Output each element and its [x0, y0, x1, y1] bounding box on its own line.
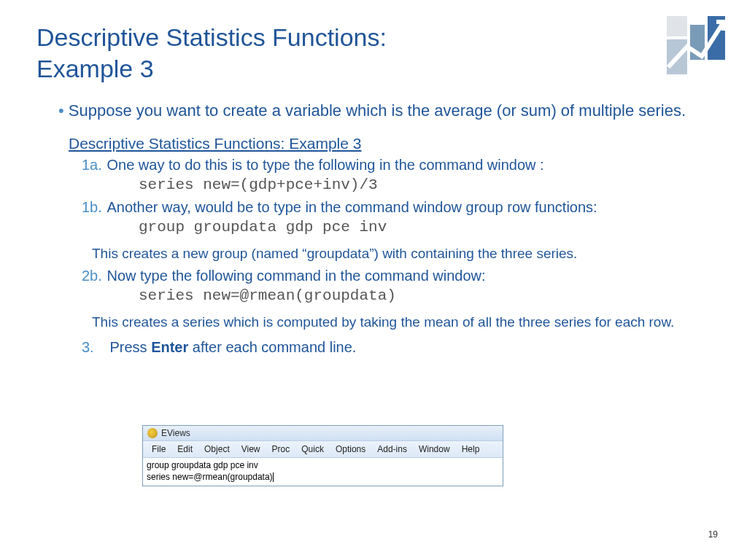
- step-label: 1a.: [82, 157, 104, 174]
- logo-chart-icon: [667, 16, 725, 74]
- code-line-1b: group groupdata gdp pce inv: [139, 219, 711, 236]
- menu-quick[interactable]: Quick: [295, 443, 330, 455]
- menu-addins[interactable]: Add-ins: [371, 443, 413, 455]
- command-text: series new=@rmean(groupdata): [147, 472, 273, 482]
- menubar: File Edit Object View Proc Quick Options…: [143, 441, 503, 458]
- code-line-2b: series new=@rmean(groupdata): [139, 287, 711, 304]
- menu-edit[interactable]: Edit: [171, 443, 198, 455]
- text-cursor: [273, 472, 274, 482]
- window-title: EViews: [161, 428, 190, 438]
- menu-object[interactable]: Object: [198, 443, 236, 455]
- menu-help[interactable]: Help: [456, 443, 486, 455]
- step-text: One way to do this is to type the follow…: [107, 157, 543, 173]
- slide-title: Descriptive Statistics Functions: Exampl…: [36, 22, 711, 84]
- step-label: 3.: [82, 339, 107, 356]
- eviews-window: EViews File Edit Object View Proc Quick …: [142, 425, 503, 486]
- command-line: series new=@rmean(groupdata): [147, 471, 499, 483]
- note-1: This creates a new group (named “groupda…: [92, 246, 711, 262]
- code-line-1a: series new=(gdp+pce+inv)/3: [139, 176, 711, 193]
- step-text: Press Enter after each command line.: [109, 339, 356, 355]
- intro-bullet: Suppose you want to create a variable wh…: [58, 100, 711, 122]
- text-fragment: after each command line.: [188, 339, 356, 355]
- step-1a: 1a. One way to do this is to type the fo…: [82, 157, 711, 174]
- title-line-2: Example 3: [36, 55, 154, 82]
- step-label: 2b.: [82, 268, 104, 284]
- section-subtitle: Descriptive Statistics Functions: Exampl…: [69, 135, 711, 152]
- app-icon: [147, 428, 158, 438]
- window-titlebar[interactable]: EViews: [143, 426, 503, 441]
- menu-view[interactable]: View: [236, 443, 266, 455]
- step-text: Now type the following command in the co…: [107, 268, 485, 284]
- slide: Descriptive Statistics Functions: Exampl…: [0, 0, 747, 560]
- command-line: group groupdata gdp pce inv: [147, 459, 499, 471]
- step-label: 1b.: [82, 199, 104, 216]
- menu-file[interactable]: File: [146, 443, 171, 455]
- command-input-area[interactable]: group groupdata gdp pce inv series new=@…: [143, 458, 503, 486]
- text-bold: Enter: [151, 339, 188, 355]
- menu-options[interactable]: Options: [330, 443, 371, 455]
- page-number: 19: [708, 529, 718, 540]
- step-1b: 1b. Another way, would be to type in the…: [82, 199, 711, 216]
- note-2: This creates a series which is computed …: [92, 314, 711, 330]
- menu-window[interactable]: Window: [413, 443, 456, 455]
- step-3: 3. Press Enter after each command line.: [82, 339, 711, 356]
- step-2b: 2b. Now type the following command in th…: [82, 268, 711, 284]
- text-fragment: Press: [109, 339, 151, 355]
- svg-rect-0: [667, 16, 687, 36]
- step-text: Another way, would be to type in the com…: [107, 199, 597, 215]
- title-line-1: Descriptive Statistics Functions:: [36, 23, 387, 51]
- menu-proc[interactable]: Proc: [266, 443, 296, 455]
